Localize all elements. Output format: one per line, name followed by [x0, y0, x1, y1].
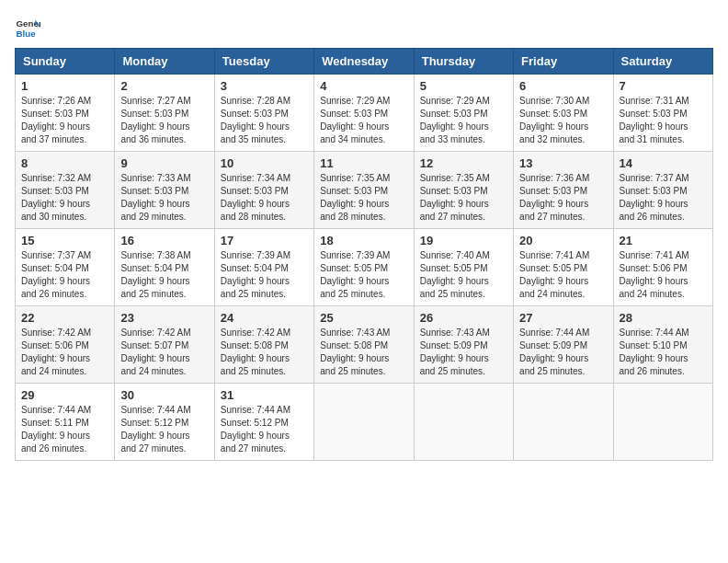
- day-number: 26: [420, 311, 507, 325]
- day-info: Sunrise: 7:39 AM Sunset: 5:05 PM Dayligh…: [320, 249, 407, 301]
- calendar-cell: 1Sunrise: 7:26 AM Sunset: 5:03 PM Daylig…: [16, 75, 115, 152]
- calendar-cell: 30Sunrise: 7:44 AM Sunset: 5:12 PM Dayli…: [115, 384, 214, 461]
- day-number: 18: [320, 234, 407, 247]
- header: General Blue: [15, 15, 713, 40]
- day-info: Sunrise: 7:31 AM Sunset: 5:03 PM Dayligh…: [620, 95, 707, 146]
- calendar-cell: 31Sunrise: 7:44 AM Sunset: 5:12 PM Dayli…: [214, 384, 313, 461]
- day-header-monday: Monday: [115, 49, 214, 75]
- calendar-week-row: 15Sunrise: 7:37 AM Sunset: 5:04 PM Dayli…: [16, 229, 713, 306]
- day-info: Sunrise: 7:41 AM Sunset: 5:06 PM Dayligh…: [620, 249, 707, 301]
- calendar-cell: 19Sunrise: 7:40 AM Sunset: 5:05 PM Dayli…: [414, 229, 513, 306]
- day-number: 13: [519, 156, 607, 170]
- calendar-cell: 27Sunrise: 7:44 AM Sunset: 5:09 PM Dayli…: [514, 306, 613, 384]
- day-info: Sunrise: 7:40 AM Sunset: 5:05 PM Dayligh…: [420, 249, 507, 301]
- day-number: 31: [221, 388, 308, 402]
- day-info: Sunrise: 7:41 AM Sunset: 5:05 PM Dayligh…: [519, 249, 607, 301]
- calendar-cell: 21Sunrise: 7:41 AM Sunset: 5:06 PM Dayli…: [613, 229, 712, 306]
- day-number: 23: [120, 311, 208, 325]
- day-header-saturday: Saturday: [613, 49, 712, 75]
- svg-text:Blue: Blue: [16, 29, 36, 39]
- day-number: 16: [120, 234, 208, 247]
- calendar-cell: 26Sunrise: 7:43 AM Sunset: 5:09 PM Dayli…: [414, 306, 513, 384]
- day-info: Sunrise: 7:36 AM Sunset: 5:03 PM Dayligh…: [519, 172, 607, 224]
- calendar-cell: 10Sunrise: 7:34 AM Sunset: 5:03 PM Dayli…: [214, 152, 313, 229]
- day-number: 15: [21, 234, 108, 247]
- day-number: 22: [21, 311, 108, 325]
- calendar-week-row: 8Sunrise: 7:32 AM Sunset: 5:03 PM Daylig…: [16, 152, 713, 229]
- logo: General Blue: [15, 15, 40, 40]
- calendar-cell: 11Sunrise: 7:35 AM Sunset: 5:03 PM Dayli…: [314, 152, 414, 229]
- day-number: 4: [320, 79, 407, 93]
- day-number: 30: [120, 388, 208, 402]
- day-number: 5: [420, 79, 507, 93]
- calendar-cell: 20Sunrise: 7:41 AM Sunset: 5:05 PM Dayli…: [514, 229, 613, 306]
- day-info: Sunrise: 7:35 AM Sunset: 5:03 PM Dayligh…: [320, 172, 407, 224]
- day-info: Sunrise: 7:38 AM Sunset: 5:04 PM Dayligh…: [120, 249, 208, 301]
- day-header-friday: Friday: [514, 49, 613, 75]
- day-number: 12: [420, 156, 507, 170]
- day-number: 9: [120, 156, 208, 170]
- calendar-cell: 25Sunrise: 7:43 AM Sunset: 5:08 PM Dayli…: [314, 306, 414, 384]
- calendar-cell: 15Sunrise: 7:37 AM Sunset: 5:04 PM Dayli…: [16, 229, 115, 306]
- day-number: 11: [320, 156, 407, 170]
- calendar-cell: 16Sunrise: 7:38 AM Sunset: 5:04 PM Dayli…: [115, 229, 214, 306]
- calendar-cell: 24Sunrise: 7:42 AM Sunset: 5:08 PM Dayli…: [214, 306, 313, 384]
- day-number: 21: [620, 234, 707, 247]
- day-info: Sunrise: 7:26 AM Sunset: 5:03 PM Dayligh…: [21, 95, 108, 146]
- calendar-cell: 7Sunrise: 7:31 AM Sunset: 5:03 PM Daylig…: [613, 75, 712, 152]
- day-number: 24: [221, 311, 308, 325]
- calendar-cell: 29Sunrise: 7:44 AM Sunset: 5:11 PM Dayli…: [16, 384, 115, 461]
- calendar-cell: 22Sunrise: 7:42 AM Sunset: 5:06 PM Dayli…: [16, 306, 115, 384]
- calendar-cell: 5Sunrise: 7:29 AM Sunset: 5:03 PM Daylig…: [414, 75, 513, 152]
- day-info: Sunrise: 7:43 AM Sunset: 5:08 PM Dayligh…: [320, 327, 407, 378]
- day-number: 28: [620, 311, 707, 325]
- day-info: Sunrise: 7:42 AM Sunset: 5:07 PM Dayligh…: [120, 327, 208, 378]
- calendar-cell: [314, 384, 414, 461]
- day-info: Sunrise: 7:37 AM Sunset: 5:03 PM Dayligh…: [620, 172, 707, 224]
- day-header-wednesday: Wednesday: [314, 49, 414, 75]
- calendar-cell: 9Sunrise: 7:33 AM Sunset: 5:03 PM Daylig…: [115, 152, 214, 229]
- day-info: Sunrise: 7:44 AM Sunset: 5:11 PM Dayligh…: [21, 404, 108, 455]
- day-info: Sunrise: 7:34 AM Sunset: 5:03 PM Dayligh…: [221, 172, 308, 224]
- day-info: Sunrise: 7:42 AM Sunset: 5:08 PM Dayligh…: [221, 327, 308, 378]
- day-info: Sunrise: 7:37 AM Sunset: 5:04 PM Dayligh…: [21, 249, 108, 301]
- calendar-cell: 17Sunrise: 7:39 AM Sunset: 5:04 PM Dayli…: [214, 229, 313, 306]
- day-info: Sunrise: 7:44 AM Sunset: 5:10 PM Dayligh…: [620, 327, 707, 378]
- day-info: Sunrise: 7:42 AM Sunset: 5:06 PM Dayligh…: [21, 327, 108, 378]
- day-number: 10: [221, 156, 308, 170]
- day-number: 6: [519, 79, 607, 93]
- calendar-week-row: 22Sunrise: 7:42 AM Sunset: 5:06 PM Dayli…: [16, 306, 713, 384]
- day-number: 29: [21, 388, 108, 402]
- calendar-cell: 3Sunrise: 7:28 AM Sunset: 5:03 PM Daylig…: [214, 75, 313, 152]
- day-header-sunday: Sunday: [16, 49, 115, 75]
- day-number: 8: [21, 156, 108, 170]
- day-number: 17: [221, 234, 308, 247]
- day-info: Sunrise: 7:27 AM Sunset: 5:03 PM Dayligh…: [120, 95, 208, 146]
- calendar-cell: 4Sunrise: 7:29 AM Sunset: 5:03 PM Daylig…: [314, 75, 414, 152]
- calendar-header-row: SundayMondayTuesdayWednesdayThursdayFrid…: [16, 49, 713, 75]
- day-info: Sunrise: 7:28 AM Sunset: 5:03 PM Dayligh…: [221, 95, 308, 146]
- calendar-cell: 13Sunrise: 7:36 AM Sunset: 5:03 PM Dayli…: [514, 152, 613, 229]
- day-info: Sunrise: 7:29 AM Sunset: 5:03 PM Dayligh…: [320, 95, 407, 146]
- calendar-cell: 14Sunrise: 7:37 AM Sunset: 5:03 PM Dayli…: [613, 152, 712, 229]
- day-info: Sunrise: 7:44 AM Sunset: 5:09 PM Dayligh…: [519, 327, 607, 378]
- day-number: 27: [519, 311, 607, 325]
- day-info: Sunrise: 7:33 AM Sunset: 5:03 PM Dayligh…: [120, 172, 208, 224]
- calendar-cell: 6Sunrise: 7:30 AM Sunset: 5:03 PM Daylig…: [514, 75, 613, 152]
- day-number: 3: [221, 79, 308, 93]
- day-number: 1: [21, 79, 108, 93]
- calendar: SundayMondayTuesdayWednesdayThursdayFrid…: [15, 48, 713, 461]
- calendar-cell: [414, 384, 513, 461]
- logo-icon: General Blue: [15, 15, 40, 40]
- day-info: Sunrise: 7:32 AM Sunset: 5:03 PM Dayligh…: [21, 172, 108, 224]
- calendar-cell: [613, 384, 712, 461]
- day-info: Sunrise: 7:29 AM Sunset: 5:03 PM Dayligh…: [420, 95, 507, 146]
- day-number: 19: [420, 234, 507, 247]
- calendar-cell: 12Sunrise: 7:35 AM Sunset: 5:03 PM Dayli…: [414, 152, 513, 229]
- day-info: Sunrise: 7:44 AM Sunset: 5:12 PM Dayligh…: [221, 404, 308, 455]
- day-number: 2: [120, 79, 208, 93]
- day-info: Sunrise: 7:44 AM Sunset: 5:12 PM Dayligh…: [120, 404, 208, 455]
- day-header-thursday: Thursday: [414, 49, 513, 75]
- calendar-cell: 2Sunrise: 7:27 AM Sunset: 5:03 PM Daylig…: [115, 75, 214, 152]
- calendar-cell: 23Sunrise: 7:42 AM Sunset: 5:07 PM Dayli…: [115, 306, 214, 384]
